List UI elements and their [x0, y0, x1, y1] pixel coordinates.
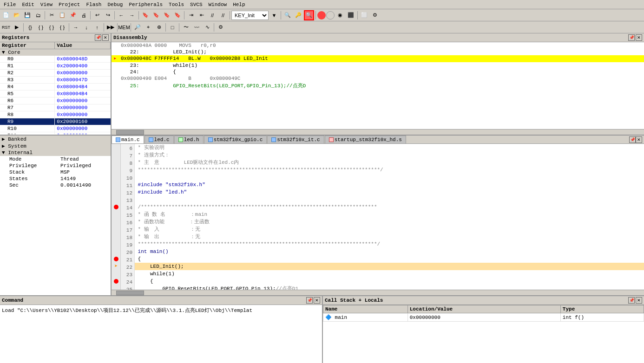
menu-debug[interactable]: Debug [105, 1, 125, 8]
source-code-area[interactable]: * 实验说明 * 连接方式： * 主 意 LED驱动文件在led.c内 ****… [135, 144, 644, 290]
save-all-btn[interactable]: 🗂 [33, 10, 43, 20]
code-line-16: * 函数功能 ：主函数 [135, 218, 644, 226]
config-btn[interactable]: ⚙ [216, 22, 226, 32]
source-scrollbar-h[interactable] [112, 290, 644, 295]
cs-close-btn[interactable]: ✕ [636, 297, 642, 304]
combo-dropdown[interactable]: ▼ [269, 10, 279, 20]
wave3-btn[interactable]: ∿ [202, 22, 212, 32]
paste-btn[interactable]: 📌 [68, 10, 78, 20]
step-btn[interactable]: ↓ [81, 22, 92, 32]
register-scroll[interactable]: Register Value ▼ CoreR00x0800048DR10x200… [0, 42, 111, 134]
arrow-btn[interactable]: → [71, 22, 81, 32]
cs-title: Call Stack + Locals [325, 298, 383, 303]
linenum-15: 15 [123, 212, 132, 219]
register-pin-btn[interactable]: 📌 [95, 34, 101, 41]
menu-view[interactable]: View [38, 1, 55, 8]
zoom3-btn[interactable]: ⊕ [154, 22, 164, 32]
tb2-btn1[interactable]: ▶ [12, 22, 22, 32]
sep4 [138, 11, 139, 19]
settings-btn[interactable]: ⚙ [370, 10, 380, 20]
menu-help[interactable]: Help [230, 1, 248, 8]
menu-project[interactable]: Project [56, 1, 83, 8]
wave2-btn[interactable]: 〰 [191, 22, 202, 32]
register-close-btn[interactable]: ✕ [102, 34, 109, 41]
print-btn[interactable]: 🖨 [79, 10, 89, 20]
run-btn[interactable]: ▶▶ [105, 22, 116, 32]
save-btn[interactable]: 💾 [22, 10, 33, 20]
source-close-btn[interactable]: ✕ [636, 136, 642, 143]
bookmark2-btn[interactable]: 🔖 [151, 10, 161, 20]
inspect-btn[interactable]: 🔍 [283, 10, 293, 20]
stop-btn[interactable] [317, 11, 326, 19]
menu-svcs[interactable]: SVCS [187, 1, 205, 8]
core-tree[interactable]: ▼ Core [0, 49, 111, 56]
function-combo[interactable]: KEY_Init [231, 11, 269, 20]
redo-btn[interactable]: ↪ [103, 10, 113, 20]
brace-btn3[interactable]: { } [46, 22, 57, 32]
tab-led-c[interactable]: led.c [145, 136, 174, 143]
tab-main-c[interactable]: main.c [112, 136, 144, 144]
dis-line-6: 25: GPIO_ResetBits(LED_PORT,GPIO_Pin_13)… [121, 82, 306, 89]
menu-edit[interactable]: Edit [19, 1, 37, 8]
cs-content[interactable]: Name Location/Value Type 🔷 main 0x000000… [323, 305, 644, 363]
new-btn[interactable]: 📄 [1, 10, 11, 20]
undo-btn[interactable]: ↩ [92, 10, 102, 20]
tab-gpio-c[interactable]: stm32f10x_gpio.c [204, 136, 267, 143]
menu-tools[interactable]: Tools [166, 1, 187, 8]
disp-btn[interactable]: □ [167, 22, 177, 32]
tab-startup-s[interactable]: startup_stm32f10x_hd.s [325, 136, 406, 143]
tab-icon-main-c [116, 137, 120, 142]
bookmark3-btn[interactable]: 🔖 [162, 10, 172, 20]
unindent-btn[interactable]: ⇤ [197, 10, 207, 20]
reg-value-3: 0x0800047D [55, 77, 111, 84]
cmd-close-btn[interactable]: ✕ [314, 297, 320, 304]
mem-btn[interactable]: MEM [119, 22, 129, 32]
copy-btn[interactable]: 📋 [57, 10, 67, 20]
tab-it-c[interactable]: stm32f10x_it.c [267, 136, 324, 143]
debug-btn3[interactable]: ⬛ [346, 10, 356, 20]
brace-btn4[interactable]: { } [57, 22, 67, 32]
cs-pin-btn[interactable]: 📌 [628, 297, 635, 304]
system-tree[interactable]: ▶ System [0, 143, 111, 149]
dis-scroll-thumb[interactable] [116, 130, 144, 135]
dis-scrollbar-h[interactable] [112, 129, 644, 135]
comment-btn[interactable]: // [207, 10, 217, 20]
menu-peripherals[interactable]: Peripherals [126, 1, 165, 8]
bookmark-btn[interactable]: 🔖 [140, 10, 151, 20]
register-lower-scroll[interactable]: ▶ Banked ▶ System ▼ [0, 136, 111, 295]
search-highlighted-btn[interactable]: 🔍 [304, 10, 314, 20]
indent-btn[interactable]: ⇥ [186, 10, 196, 20]
dis-addr-1: 0x0800048A 0000 MOVS r0,r0 [121, 43, 216, 48]
wave-btn[interactable]: 〜 [181, 22, 191, 32]
internal-tree[interactable]: ▼ Internal [0, 149, 111, 156]
key-btn[interactable]: 🔑 [293, 10, 303, 20]
open-btn[interactable]: 📂 [12, 10, 22, 20]
source-pin-btn[interactable]: 📌 [629, 136, 636, 143]
brace-btn2[interactable]: { } [36, 22, 46, 32]
source-content[interactable]: ➤ 67891011121314151617181920212223242526… [112, 144, 644, 290]
cut-btn[interactable]: ✂ [46, 10, 57, 20]
uncomment-btn[interactable]: // [218, 10, 228, 20]
brace-btn1[interactable]: {} [25, 22, 35, 32]
rst-btn[interactable]: RST [1, 22, 11, 32]
menu-window[interactable]: Window [206, 1, 230, 8]
debug-btn2[interactable]: ◉ [335, 10, 345, 20]
zoom2-btn[interactable]: ⌖ [143, 22, 153, 32]
reg-name-7: R7 [0, 104, 55, 111]
dis-pin-btn[interactable]: 📌 [628, 34, 635, 41]
cmd-pin-btn[interactable]: 📌 [306, 297, 313, 304]
bookmark4-btn[interactable]: 🔖 [172, 10, 183, 20]
nav-back-btn[interactable]: ← [116, 10, 126, 20]
zoom-btn[interactable]: 🔎 [132, 22, 143, 32]
menu-file[interactable]: File [1, 1, 19, 8]
circle-btn[interactable] [326, 11, 335, 19]
menu-flash[interactable]: Flash [83, 1, 104, 8]
tab-led-h[interactable]: led.h [174, 136, 204, 143]
banked-tree[interactable]: ▶ Banked [0, 136, 111, 143]
nav-fwd-btn[interactable]: → [127, 10, 137, 20]
dis-content[interactable]: 0x0800048A 0000 MOVS r0,r0 22: LED_Init(… [112, 42, 644, 129]
window-btn[interactable]: ⬜ [359, 10, 369, 20]
step-out-btn[interactable]: ↑ [92, 22, 102, 32]
dis-close-btn[interactable]: ✕ [636, 34, 642, 41]
source-scroll-thumb[interactable] [116, 291, 144, 295]
